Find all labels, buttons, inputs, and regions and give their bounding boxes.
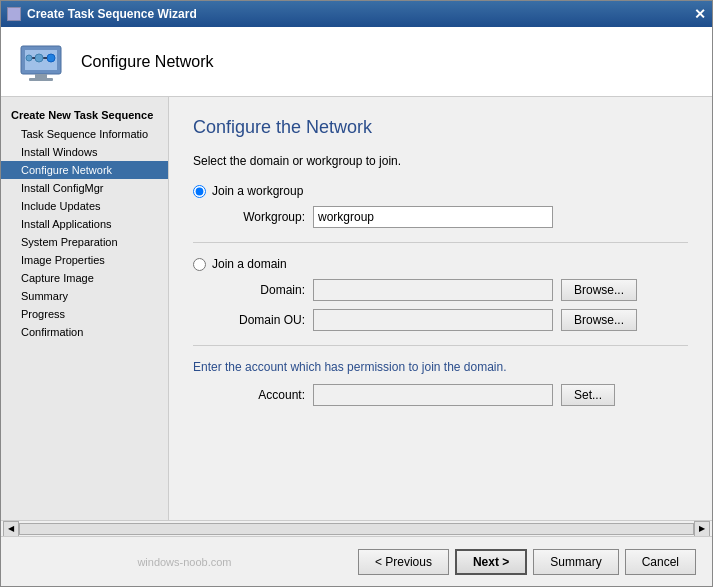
svg-point-8 — [26, 55, 32, 61]
sidebar: Create New Task Sequence Task Sequence I… — [1, 97, 169, 520]
section-divider-2 — [193, 345, 688, 346]
domain-label: Domain: — [213, 283, 313, 297]
svg-rect-2 — [35, 74, 47, 78]
page-title: Configure the Network — [193, 117, 688, 138]
domain-browse-button[interactable]: Browse... — [561, 279, 637, 301]
domain-ou-label: Domain OU: — [213, 313, 313, 327]
join-workgroup-radio[interactable] — [193, 185, 206, 198]
account-input[interactable] — [313, 384, 553, 406]
scroll-right-arrow[interactable]: ▶ — [694, 521, 710, 537]
workgroup-radio-row: Join a workgroup — [193, 184, 688, 198]
sidebar-item-summary[interactable]: Summary — [1, 287, 168, 305]
title-bar: Create Task Sequence Wizard ✕ — [1, 1, 712, 27]
domain-field-row: Domain: Browse... — [193, 279, 688, 301]
summary-button[interactable]: Summary — [533, 549, 618, 575]
domain-ou-browse-button[interactable]: Browse... — [561, 309, 637, 331]
sidebar-item-capture-image[interactable]: Capture Image — [1, 269, 168, 287]
footer-bar: windows-noob.com < Previous Next > Summa… — [1, 536, 712, 586]
join-domain-label: Join a domain — [212, 257, 287, 271]
domain-ou-field-row: Domain OU: Browse... — [193, 309, 688, 331]
configure-network-icon — [17, 38, 65, 86]
svg-point-6 — [35, 54, 43, 62]
title-bar-icon — [7, 7, 21, 21]
main-content: Configure the Network Select the domain … — [169, 97, 712, 520]
sidebar-item-system-preparation[interactable]: System Preparation — [1, 233, 168, 251]
scroll-left-arrow[interactable]: ◀ — [3, 521, 19, 537]
sidebar-item-install-configmgr[interactable]: Install ConfigMgr — [1, 179, 168, 197]
sidebar-item-configure-network[interactable]: Configure Network — [1, 161, 168, 179]
domain-radio-row: Join a domain — [193, 257, 688, 271]
previous-button[interactable]: < Previous — [358, 549, 449, 575]
domain-ou-input[interactable] — [313, 309, 553, 331]
join-workgroup-label: Join a workgroup — [212, 184, 303, 198]
workgroup-field-row: Workgroup: — [193, 206, 688, 228]
sidebar-section-header: Create New Task Sequence — [1, 105, 168, 125]
join-domain-radio[interactable] — [193, 258, 206, 271]
wizard-window: Create Task Sequence Wizard ✕ Configure … — [0, 0, 713, 587]
account-field-row: Account: Set... — [193, 384, 688, 406]
next-button[interactable]: Next > — [455, 549, 527, 575]
account-info-text: Enter the account which has permission t… — [193, 360, 688, 374]
domain-input[interactable] — [313, 279, 553, 301]
domain-section: Join a domain Domain: Browse... Domain O… — [193, 257, 688, 331]
svg-point-4 — [47, 54, 55, 62]
watermark: windows-noob.com — [17, 556, 352, 568]
workgroup-input[interactable] — [313, 206, 553, 228]
header-title: Configure Network — [81, 53, 214, 71]
section-divider — [193, 242, 688, 243]
header-bar: Configure Network — [1, 27, 712, 97]
page-description: Select the domain or workgroup to join. — [193, 154, 688, 168]
cancel-button[interactable]: Cancel — [625, 549, 696, 575]
sidebar-item-image-properties[interactable]: Image Properties — [1, 251, 168, 269]
scrollbar-area: ◀ ▶ — [1, 520, 712, 536]
sidebar-item-confirmation[interactable]: Confirmation — [1, 323, 168, 341]
sidebar-item-install-applications[interactable]: Install Applications — [1, 215, 168, 233]
sidebar-item-include-updates[interactable]: Include Updates — [1, 197, 168, 215]
sidebar-item-progress[interactable]: Progress — [1, 305, 168, 323]
sidebar-item-task-sequence-info[interactable]: Task Sequence Informatio — [1, 125, 168, 143]
set-button[interactable]: Set... — [561, 384, 615, 406]
workgroup-section: Join a workgroup Workgroup: — [193, 184, 688, 228]
scrollbar-track[interactable] — [19, 523, 694, 535]
workgroup-label: Workgroup: — [213, 210, 313, 224]
content-area: Create New Task Sequence Task Sequence I… — [1, 97, 712, 520]
close-button[interactable]: ✕ — [694, 7, 706, 21]
svg-rect-3 — [29, 78, 53, 81]
account-label: Account: — [213, 388, 313, 402]
sidebar-item-install-windows[interactable]: Install Windows — [1, 143, 168, 161]
window-title: Create Task Sequence Wizard — [27, 7, 197, 21]
